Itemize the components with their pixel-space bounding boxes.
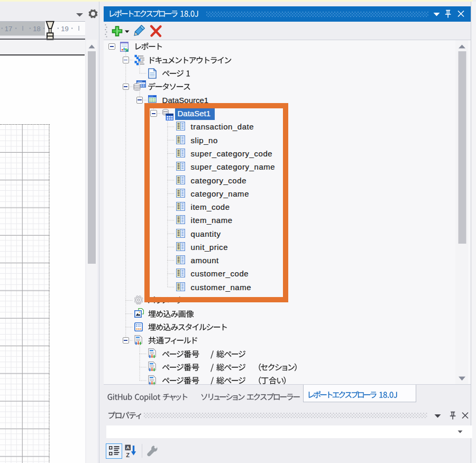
svg-text:css: css [136, 327, 142, 330]
svg-text:18: 18 [33, 25, 40, 33]
svg-text:17: 17 [5, 25, 12, 33]
svg-text:A: A [126, 445, 130, 450]
svg-text:Z: Z [126, 452, 130, 458]
svg-text:19: 19 [61, 25, 68, 33]
